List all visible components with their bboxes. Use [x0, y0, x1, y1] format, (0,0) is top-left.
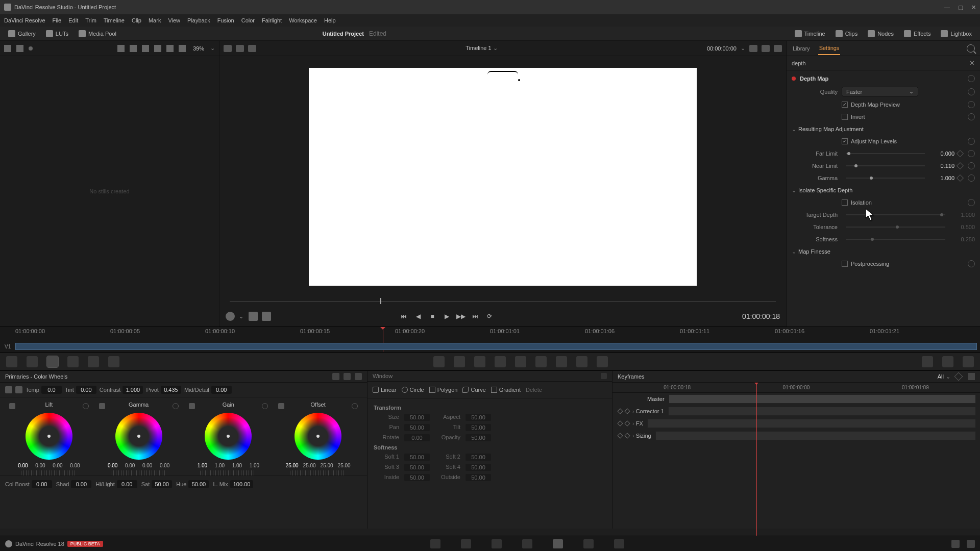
keyframes-panel-icon[interactable] [922, 356, 933, 367]
hdr-icon[interactable] [67, 356, 79, 367]
wheel-val[interactable]: 1.00 [247, 463, 261, 468]
kf-track[interactable] [668, 407, 976, 416]
page-cut-icon[interactable] [461, 539, 471, 548]
lightbox-button[interactable]: Lightbox [937, 29, 976, 39]
jog-wheel[interactable] [200, 470, 256, 475]
sizing-icon[interactable] [576, 356, 587, 367]
effect-enable-dot[interactable] [792, 77, 796, 81]
kf-track[interactable] [669, 394, 976, 404]
wheel-val[interactable]: 1.00 [230, 463, 244, 468]
kf-track[interactable] [655, 431, 976, 440]
page-edit-icon[interactable] [492, 539, 502, 548]
kf-master[interactable]: Master [647, 396, 665, 402]
timeline-ruler[interactable]: 01:00:00:00 01:00:00:05 01:00:00:10 01:0… [0, 327, 980, 352]
color-wheel[interactable] [26, 413, 72, 460]
wand-icon[interactable] [248, 45, 256, 52]
keyframe-icon[interactable] [624, 420, 630, 426]
menu-item[interactable]: Clip [132, 17, 141, 23]
effect-search-input[interactable] [792, 60, 969, 66]
keyframe-icon[interactable] [954, 372, 963, 381]
wheel-val[interactable]: 0.00 [123, 463, 137, 468]
jog-wheel[interactable] [111, 470, 167, 475]
search-icon[interactable] [154, 45, 161, 52]
picker-icon[interactable] [5, 386, 12, 393]
tab-library[interactable]: Library [792, 42, 811, 55]
chevron-right-icon[interactable]: › [632, 433, 634, 439]
color-wheel[interactable] [205, 413, 252, 460]
keyframe-icon[interactable] [957, 174, 964, 182]
page-color-icon[interactable] [553, 539, 563, 548]
expand-icon[interactable] [968, 373, 975, 380]
keyframe-icon[interactable] [617, 420, 623, 426]
delete-button[interactable]: Delete [526, 387, 542, 393]
wheel-val[interactable]: 0.00 [16, 463, 30, 468]
minimize-icon[interactable]: — [944, 4, 950, 11]
reset-icon[interactable] [968, 138, 975, 145]
keyframe-icon[interactable] [617, 433, 623, 438]
jog-wheel[interactable] [21, 470, 77, 475]
chevron-down-icon[interactable]: ⌄ [210, 45, 215, 52]
effects-button[interactable]: Effects [900, 29, 935, 39]
wheel-val[interactable]: 0.00 [106, 463, 120, 468]
collapse-icon[interactable]: ⌄ [792, 248, 796, 255]
chevron-down-icon[interactable]: ⌄ [493, 45, 498, 51]
warper-icon[interactable] [27, 356, 38, 367]
quality-select[interactable]: Faster⌄ [842, 87, 918, 96]
shape-linear[interactable]: Linear [373, 387, 397, 393]
last-frame-icon[interactable]: ⏭ [471, 312, 480, 321]
menu-item[interactable]: Help [324, 17, 336, 23]
page-fairlight-icon[interactable] [583, 539, 594, 548]
clear-search-icon[interactable]: ✕ [969, 59, 975, 67]
menu-item[interactable]: View [168, 17, 180, 23]
wheel-val[interactable]: 0.00 [33, 463, 47, 468]
adj-value[interactable]: 0.00 [32, 480, 52, 488]
qualifier-icon[interactable] [454, 356, 465, 367]
reset-icon[interactable] [968, 174, 975, 182]
wheel-val[interactable]: 0.00 [68, 463, 82, 468]
ymode-icon[interactable] [99, 403, 105, 409]
near-limit-slider[interactable] [846, 165, 925, 166]
color-wheel[interactable] [295, 413, 341, 460]
split-icon[interactable] [166, 45, 174, 52]
keyframe-icon[interactable] [624, 433, 630, 438]
shape-curve[interactable]: Curve [462, 387, 485, 393]
kf-track[interactable] [647, 419, 976, 428]
menu-item[interactable]: Edit [68, 17, 78, 23]
page-deliver-icon[interactable] [614, 539, 624, 548]
list-view-icon[interactable] [142, 45, 149, 52]
view-mode-icon[interactable] [224, 45, 232, 52]
prev-frame-icon[interactable]: ◀ [413, 312, 423, 321]
close-icon[interactable]: ✕ [971, 4, 976, 11]
shape-polygon[interactable]: Polygon [429, 387, 458, 393]
reset-icon[interactable] [968, 101, 975, 108]
blur-icon[interactable] [535, 356, 547, 367]
ymode-icon[interactable] [189, 403, 195, 409]
contrast-value[interactable]: 1.000 [122, 386, 143, 394]
menu-item[interactable]: Workspace [289, 17, 317, 23]
bypass-icon[interactable] [749, 45, 757, 52]
reset-icon[interactable] [968, 113, 975, 120]
far-limit-slider[interactable] [846, 153, 925, 154]
menu-item[interactable]: DaVinci Resolve [4, 17, 45, 23]
far-limit-value[interactable]: 0.000 [929, 151, 954, 157]
reset-icon[interactable] [262, 403, 268, 409]
menu-item[interactable]: Fusion [217, 17, 234, 23]
chevron-down-icon[interactable]: ⌄ [741, 45, 745, 52]
zoom-level[interactable]: 39% [193, 45, 204, 52]
luts-button[interactable]: LUTs [42, 29, 72, 39]
wheel-val[interactable]: 1.00 [212, 463, 227, 468]
audio-icon[interactable] [262, 312, 271, 321]
adj-value[interactable]: 100.00 [230, 480, 254, 488]
tint-value[interactable]: 0.00 [76, 386, 96, 394]
temp-value[interactable]: 0.0 [41, 386, 62, 394]
wheel-mode2-icon[interactable] [344, 373, 351, 380]
shape-circle[interactable]: Circle [402, 387, 424, 393]
reset-icon[interactable] [968, 150, 975, 157]
keyframes-all[interactable]: All [938, 373, 944, 380]
scopes-icon[interactable] [942, 356, 953, 367]
gallery-button[interactable]: Gallery [4, 29, 40, 39]
adj-value[interactable]: 0.00 [117, 480, 137, 488]
page-media-icon[interactable] [430, 539, 440, 548]
wheel-val[interactable]: 0.00 [158, 463, 172, 468]
wheel-val[interactable]: 1.00 [195, 463, 209, 468]
